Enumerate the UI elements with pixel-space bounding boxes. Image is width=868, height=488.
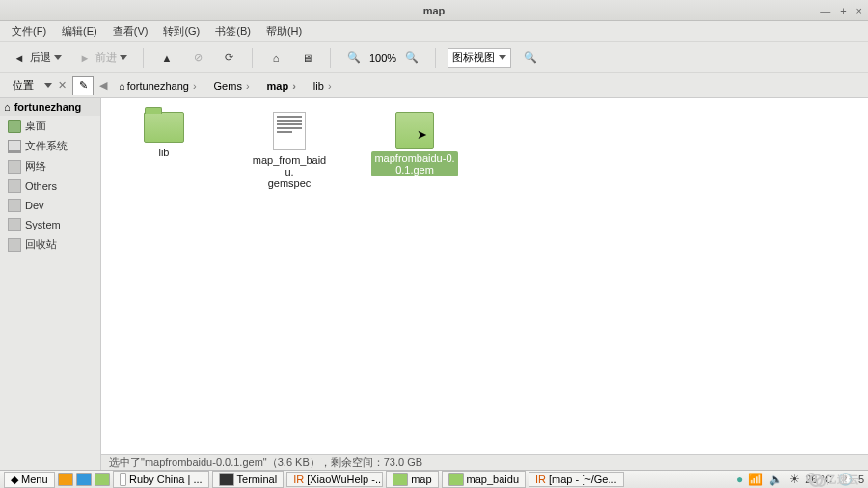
task-ruby-china[interactable]: Ruby China | ... bbox=[113, 471, 209, 488]
chevron-right-icon: › bbox=[193, 80, 197, 92]
taskbar: ◆ Menu Ruby China | ... Terminal IR[Xiao… bbox=[0, 470, 868, 488]
home-icon: ⌂ bbox=[4, 101, 11, 113]
arrow-right-icon: ► bbox=[77, 50, 93, 66]
arrow-left-icon: ◄ bbox=[12, 50, 27, 66]
home-icon: ⌂ bbox=[119, 80, 125, 92]
task-xiaowu[interactable]: IR[XiaoWuHelp -... bbox=[286, 472, 383, 487]
zoom-in-button[interactable]: 🔍 bbox=[400, 48, 423, 68]
breadcrumb-home[interactable]: ⌂ fortunezhang › bbox=[113, 78, 203, 94]
watermark: 亿速云 bbox=[809, 473, 860, 487]
task-label: map bbox=[411, 474, 431, 485]
chevron-down-icon bbox=[120, 55, 127, 60]
search-icon: 🔍 bbox=[523, 50, 538, 66]
crumb-label: Gems bbox=[214, 80, 242, 92]
weather-icon[interactable]: ☀ bbox=[789, 473, 800, 486]
sidebar-item-label: 桌面 bbox=[25, 119, 46, 133]
sidebar-item-label: 网络 bbox=[25, 159, 46, 174]
zoom-out-button[interactable]: 🔍 bbox=[342, 48, 366, 68]
sidebar-item-label: 文件系统 bbox=[25, 139, 68, 153]
back-button[interactable]: ◄ 后退 bbox=[8, 48, 66, 68]
menu-file[interactable]: 文件(F) bbox=[6, 22, 52, 41]
forward-button[interactable]: ► 前进 bbox=[73, 48, 131, 68]
computer-button[interactable]: 🖥 bbox=[295, 48, 318, 68]
network-icon[interactable]: 📶 bbox=[748, 473, 763, 486]
titlebar[interactable]: map — + × bbox=[0, 0, 868, 21]
launcher-icon[interactable] bbox=[76, 473, 92, 486]
maximize-button[interactable]: + bbox=[840, 5, 846, 16]
start-menu-button[interactable]: ◆ Menu bbox=[4, 472, 55, 488]
launcher-icon[interactable] bbox=[58, 473, 73, 486]
folder-icon bbox=[8, 218, 21, 231]
menu-goto[interactable]: 转到(G) bbox=[157, 22, 205, 41]
task-map-baidu[interactable]: map_baidu bbox=[442, 471, 526, 488]
menu-view[interactable]: 查看(V) bbox=[107, 22, 154, 41]
stop-button[interactable]: ⊘ bbox=[186, 48, 209, 68]
separator bbox=[143, 48, 144, 68]
sidebar-item-desktop[interactable]: 桌面 bbox=[0, 116, 100, 136]
status-text: 选中了"mapfrombaidu-0.0.1.gem"（3.6 KB），剩余空间… bbox=[109, 455, 422, 470]
home-button[interactable]: ⌂ bbox=[264, 48, 287, 68]
file-item-gemspec[interactable]: map_from_baidu. gemspec bbox=[246, 112, 333, 190]
stop-icon: ⊘ bbox=[190, 50, 205, 66]
chevron-right-icon: › bbox=[246, 80, 250, 92]
sidebar-item-others[interactable]: Others bbox=[0, 176, 100, 196]
sidebar-item-dev[interactable]: Dev bbox=[0, 196, 100, 215]
view-mode-select[interactable]: 图标视图 bbox=[448, 48, 511, 68]
breadcrumb-lib[interactable]: lib › bbox=[308, 78, 338, 94]
sidebar-item-trash[interactable]: 回收站 bbox=[0, 234, 100, 255]
breadcrumb-gems[interactable]: Gems › bbox=[208, 78, 256, 94]
minimize-button[interactable]: — bbox=[820, 5, 830, 16]
file-item-folder[interactable]: lib bbox=[121, 112, 207, 159]
close-icon[interactable]: ✕ bbox=[58, 79, 67, 92]
chevron-down-icon[interactable] bbox=[44, 83, 52, 88]
sidebar-item-label: Others bbox=[25, 180, 57, 192]
close-button[interactable]: × bbox=[856, 5, 862, 16]
file-manager-window: map — + × 文件(F) 编辑(E) 查看(V) 转到(G) 书签(B) … bbox=[0, 0, 868, 470]
sidebar-item-label: System bbox=[25, 219, 61, 230]
view-mode-label: 图标视图 bbox=[452, 50, 495, 65]
separator bbox=[435, 48, 436, 68]
search-button[interactable]: 🔍 bbox=[519, 48, 542, 68]
reload-button[interactable]: ⟳ bbox=[217, 48, 240, 68]
sidebar-item-system[interactable]: System bbox=[0, 215, 100, 234]
menu-edit[interactable]: 编辑(E) bbox=[56, 22, 103, 41]
edit-path-button[interactable]: ✎ bbox=[72, 76, 94, 95]
app-icon: IR bbox=[293, 474, 304, 485]
task-map-ge[interactable]: IR[map - [~/Ge... bbox=[529, 472, 624, 487]
file-content-area[interactable]: lib map_from_baidu. gemspec ➤ mapfrombai… bbox=[101, 98, 868, 470]
sidebar-item-filesystem[interactable]: 文件系统 bbox=[0, 136, 100, 156]
breadcrumb-map[interactable]: map › bbox=[261, 78, 302, 94]
file-item-gem[interactable]: ➤ mapfrombaidu-0.0.1.gem bbox=[371, 112, 458, 176]
zoom-out-icon: 🔍 bbox=[346, 50, 362, 66]
menubar: 文件(F) 编辑(E) 查看(V) 转到(G) 书签(B) 帮助(H) bbox=[0, 21, 868, 42]
folder-icon bbox=[393, 473, 408, 486]
chevron-down-icon bbox=[499, 55, 506, 60]
tray-icon[interactable]: ● bbox=[736, 473, 743, 486]
task-terminal[interactable]: Terminal bbox=[212, 471, 285, 488]
chevron-right-icon: › bbox=[292, 80, 296, 92]
folder-icon bbox=[448, 473, 464, 486]
app-icon bbox=[120, 473, 126, 486]
location-label[interactable]: 位置 bbox=[8, 76, 39, 95]
task-label: Ruby China | ... bbox=[129, 474, 203, 485]
sidebar-header[interactable]: ⌂ fortunezhang bbox=[0, 98, 100, 116]
launcher-icon[interactable] bbox=[95, 473, 110, 486]
computer-icon: 🖥 bbox=[299, 50, 314, 66]
separator bbox=[330, 48, 331, 68]
task-map[interactable]: map bbox=[386, 471, 438, 488]
menu-bookmarks[interactable]: 书签(B) bbox=[209, 22, 257, 41]
chevron-left-icon[interactable]: ◀ bbox=[99, 79, 107, 92]
file-name: mapfrombaidu-0.0.1.gem bbox=[371, 151, 458, 176]
logo-icon bbox=[809, 474, 823, 487]
volume-icon[interactable]: 🔈 bbox=[769, 473, 783, 486]
zoom-level: 100% bbox=[369, 52, 396, 64]
app-icon: IR bbox=[535, 474, 546, 485]
watermark-text: 亿速云 bbox=[826, 473, 860, 487]
status-bar: 选中了"mapfrombaidu-0.0.1.gem"（3.6 KB），剩余空间… bbox=[101, 454, 868, 470]
cursor-icon: ➤ bbox=[417, 127, 427, 142]
folder-icon bbox=[8, 179, 21, 193]
up-button[interactable]: ▲ bbox=[155, 48, 178, 68]
menu-help[interactable]: 帮助(H) bbox=[260, 22, 308, 41]
toolbar: ◄ 后退 ► 前进 ▲ ⊘ ⟳ ⌂ 🖥 🔍 100% 🔍 图标视图 🔍 bbox=[0, 42, 868, 73]
sidebar-item-network[interactable]: 网络 bbox=[0, 156, 100, 176]
